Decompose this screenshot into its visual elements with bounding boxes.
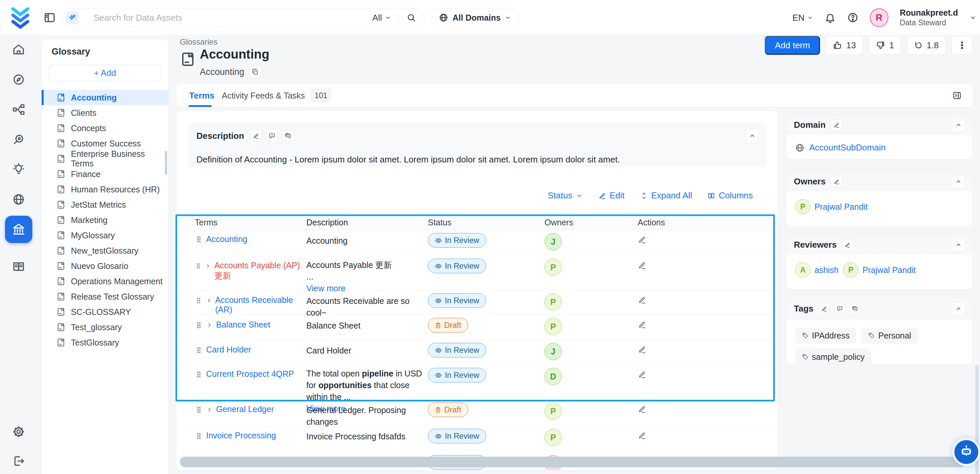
owner-avatar[interactable]: D: [544, 368, 562, 385]
domain-link[interactable]: AccountSubDomain: [809, 142, 886, 153]
term-link[interactable]: Current Prospect 4QRP: [206, 369, 294, 379]
edit-owners-button[interactable]: [831, 176, 842, 188]
suggestions-button[interactable]: [282, 130, 294, 142]
drag-handle-icon[interactable]: [195, 321, 203, 329]
domains-selector[interactable]: All Domains: [431, 8, 519, 27]
tab-terms[interactable]: Terms: [189, 84, 215, 107]
explore-compass-icon[interactable]: [12, 73, 25, 86]
term-link[interactable]: Accounting: [206, 234, 247, 244]
status-badge[interactable]: In Review: [428, 293, 486, 308]
app-logo-icon[interactable]: [9, 6, 32, 29]
status-badge[interactable]: Draft: [428, 402, 468, 417]
glossary-item-finance[interactable]: Finance: [41, 167, 168, 182]
owner-avatar[interactable]: J: [544, 233, 562, 250]
search-icon[interactable]: [406, 13, 416, 23]
edit-reviewers-button[interactable]: [842, 239, 853, 251]
comment-button[interactable]: [266, 130, 278, 142]
collapse-tags-button[interactable]: [952, 302, 965, 316]
knowledge-book-icon[interactable]: [12, 260, 25, 273]
glossary-item-human-resources[interactable]: Human Resources (HR): [41, 182, 168, 197]
tag-chip[interactable]: sample_policy: [795, 349, 871, 365]
glossary-item-myglossary[interactable]: MyGlossary: [41, 227, 168, 243]
tags-comment-button[interactable]: [834, 303, 845, 315]
status-badge[interactable]: In Review: [428, 343, 486, 358]
global-search-bar[interactable]: Search for Data Assets All: [61, 8, 425, 27]
edit-term-icon[interactable]: [638, 235, 647, 244]
reviewer-entry[interactable]: P Prajwal Pandit: [843, 262, 916, 278]
expand-all-button[interactable]: Expand All: [640, 190, 692, 201]
edit-term-icon[interactable]: [638, 345, 647, 354]
edit-term-icon[interactable]: [638, 370, 647, 379]
col-header-status[interactable]: Status: [428, 218, 544, 227]
glossary-item-clients[interactable]: Clients: [41, 105, 168, 121]
version-history-button[interactable]: 1.8: [907, 36, 946, 55]
observability-icon[interactable]: [12, 133, 25, 146]
more-options-button[interactable]: [952, 36, 972, 55]
expand-row-icon[interactable]: [206, 297, 212, 304]
add-glossary-button[interactable]: + Add: [49, 65, 161, 81]
status-filter-dropdown[interactable]: Status: [548, 190, 583, 201]
user-info[interactable]: Rounakpreet.d Data Steward: [900, 8, 958, 28]
col-header-description[interactable]: Description: [306, 217, 428, 228]
chat-bot-button[interactable]: [955, 440, 978, 464]
edit-term-icon[interactable]: [638, 295, 647, 304]
expand-row-icon[interactable]: [206, 322, 213, 329]
term-link[interactable]: Invoice Processing: [206, 431, 276, 441]
upvote-button[interactable]: 13: [826, 36, 863, 55]
language-selector[interactable]: EN: [792, 13, 813, 23]
col-header-owners[interactable]: Owners: [544, 218, 634, 227]
term-link[interactable]: Balance Sheet: [216, 320, 270, 329]
lineage-flow-icon[interactable]: [12, 103, 25, 116]
horizontal-scrollbar[interactable]: [180, 457, 966, 467]
drag-handle-icon[interactable]: [195, 262, 202, 270]
term-link[interactable]: General Ledger: [216, 404, 274, 414]
collapse-description-button[interactable]: [746, 129, 759, 142]
owner-avatar[interactable]: P: [544, 402, 562, 420]
drag-handle-icon[interactable]: [195, 371, 203, 379]
collapse-owners-button[interactable]: [952, 175, 965, 188]
settings-gear-icon[interactable]: [12, 425, 25, 438]
owner-avatar[interactable]: P: [544, 293, 562, 310]
tags-suggestions-button[interactable]: [850, 303, 861, 315]
edit-domain-button[interactable]: [831, 119, 842, 131]
owner-avatar[interactable]: P: [544, 259, 562, 276]
glossary-item-nuevo-glosario[interactable]: Nuevo Glosario: [41, 258, 168, 274]
copy-button[interactable]: [249, 66, 261, 78]
tab-activity-feeds[interactable]: Activity Feeds & Tasks 101: [222, 84, 331, 107]
downvote-button[interactable]: 1: [869, 36, 901, 55]
collapse-right-panel-button[interactable]: [950, 88, 964, 103]
glossary-scrollbar-thumb[interactable]: [165, 151, 167, 175]
edit-tags-button[interactable]: [819, 303, 830, 315]
edit-description-button[interactable]: [250, 130, 262, 142]
help-icon[interactable]: [847, 12, 859, 23]
user-avatar[interactable]: R: [870, 8, 888, 27]
glossary-item-release-test-glossary[interactable]: Release Test Glossary: [41, 289, 168, 304]
breadcrumb[interactable]: Glossaries: [180, 37, 218, 46]
glossary-item-test-glossary[interactable]: Test_glossary: [41, 320, 168, 335]
status-badge[interactable]: Draft: [428, 318, 468, 332]
term-link[interactable]: Accounts Payable (AP) 更新: [215, 261, 306, 281]
governance-glossary-nav-active[interactable]: [5, 216, 32, 243]
status-badge[interactable]: In Review: [428, 233, 486, 248]
tag-chip[interactable]: Personal: [861, 328, 918, 344]
edit-term-icon[interactable]: [638, 431, 647, 440]
owner-avatar[interactable]: P: [544, 429, 562, 446]
expand-row-icon[interactable]: [206, 406, 213, 413]
expand-row-icon[interactable]: [205, 262, 211, 269]
glossary-item-enterprise-business-terms[interactable]: Enterprise Business Terms: [41, 151, 168, 167]
columns-button[interactable]: Columns: [707, 190, 753, 201]
owner-avatar[interactable]: J: [544, 343, 562, 360]
search-scope-dropdown[interactable]: All: [372, 13, 391, 23]
status-badge[interactable]: In Review: [428, 259, 486, 273]
status-badge[interactable]: In Review: [428, 368, 486, 382]
logout-icon[interactable]: [12, 455, 25, 467]
notifications-bell-icon[interactable]: [824, 12, 836, 23]
edit-term-icon[interactable]: [638, 404, 647, 414]
glossary-item-jetstat-metrics[interactable]: JetStat Metrics: [41, 197, 168, 212]
term-link[interactable]: Card Holder: [206, 345, 251, 355]
search-input[interactable]: Search for Data Assets: [94, 13, 182, 23]
drag-handle-icon[interactable]: [195, 235, 203, 243]
glossary-item-new-testglossary[interactable]: New_testGlossary: [41, 243, 168, 258]
domains-globe-icon[interactable]: [12, 193, 25, 206]
glossary-item-accounting[interactable]: Accounting: [41, 90, 168, 105]
